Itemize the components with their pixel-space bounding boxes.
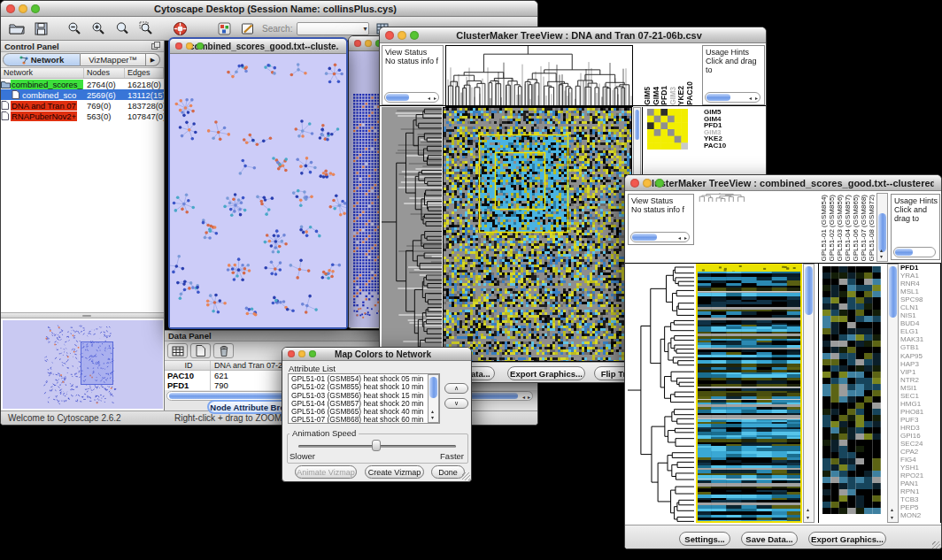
network-table-row[interactable]: combined_sco 2569(6) 13112(15) bbox=[1, 89, 164, 100]
scrollbar-thumb[interactable] bbox=[895, 249, 913, 256]
network-table-row[interactable]: DNA and Tran 07 769(0) 183728(0) bbox=[1, 100, 164, 111]
scroll-down-icon[interactable]: ▾ bbox=[807, 515, 809, 520]
maximize-button[interactable] bbox=[410, 31, 419, 40]
resize-grip[interactable] bbox=[462, 472, 470, 480]
column-label[interactable]: GPL51-08 (GSM872) bbox=[868, 195, 875, 262]
export-graphics-button[interactable]: Export Graphics... bbox=[507, 366, 585, 380]
gene-label[interactable]: HRD3 bbox=[900, 424, 940, 432]
zoom-fit-button[interactable] bbox=[136, 19, 156, 37]
column-dendrogram[interactable] bbox=[445, 45, 633, 107]
gene-label[interactable]: SEC24 bbox=[900, 440, 940, 448]
gene-label[interactable]: PEP5 bbox=[900, 503, 940, 511]
gene-label[interactable]: GPI16 bbox=[900, 432, 940, 440]
scrollbar-thumb[interactable] bbox=[878, 213, 886, 252]
scroll-left-icon[interactable]: ◂ bbox=[428, 96, 430, 101]
gene-label[interactable]: SPC98 bbox=[900, 295, 940, 303]
close-button[interactable] bbox=[630, 179, 639, 188]
panel-splitter[interactable] bbox=[1, 312, 164, 318]
zoom-in-button[interactable] bbox=[89, 19, 108, 37]
gene-label[interactable]: PHO81 bbox=[900, 408, 940, 416]
tab-overflow-button[interactable]: ▶ bbox=[146, 53, 160, 66]
gene-label[interactable]: MON2 bbox=[900, 511, 940, 519]
move-down-button[interactable]: ∨ bbox=[444, 398, 468, 409]
scroll-right-icon[interactable]: ▸ bbox=[528, 395, 530, 400]
attribute-list[interactable]: GPL51-01 (GSM854) heat shock 05 minGPL51… bbox=[288, 373, 440, 424]
scroll-left-icon[interactable]: ◂ bbox=[678, 235, 681, 241]
scrollbar-thumb[interactable] bbox=[635, 110, 639, 140]
expression-heatmap[interactable] bbox=[696, 264, 802, 523]
network-table-row[interactable]: RNAPuberNov2+ 563(0) 107847(0) bbox=[1, 111, 164, 121]
gene-label[interactable]: NTR2 bbox=[900, 376, 940, 384]
scroll-left-icon[interactable]: ◂ bbox=[522, 395, 525, 400]
gene-label[interactable]: RNR4 bbox=[900, 280, 940, 288]
save-data-button[interactable]: Save Data... bbox=[741, 532, 798, 546]
heatmap-vscrollbar[interactable]: ▴ ▾ bbox=[803, 264, 815, 523]
scroll-up-icon[interactable]: ▴ bbox=[880, 248, 883, 253]
usage-hints-scrollbar[interactable] bbox=[893, 247, 936, 257]
gene-label[interactable]: NIS1 bbox=[900, 311, 940, 319]
search-combobox[interactable]: ▾ bbox=[297, 22, 369, 35]
annotation-button[interactable] bbox=[238, 19, 258, 37]
minimize-button[interactable] bbox=[186, 42, 193, 50]
gene-label[interactable]: FIG4 bbox=[900, 456, 940, 464]
gene-label[interactable]: HMG1 bbox=[900, 400, 940, 408]
expression-heatmap[interactable] bbox=[443, 107, 632, 362]
zoom-vscrollbar[interactable]: ▴ ▾ bbox=[887, 264, 899, 523]
gene-label[interactable]: MAK31 bbox=[900, 335, 940, 343]
gene-label[interactable]: RPN1 bbox=[900, 487, 940, 495]
scroll-down-icon[interactable]: ▾ bbox=[431, 415, 434, 420]
close-button[interactable] bbox=[6, 4, 15, 13]
row-dendrogram[interactable] bbox=[628, 264, 694, 523]
scroll-up-icon[interactable]: ▴ bbox=[891, 507, 893, 512]
close-button[interactable] bbox=[354, 40, 361, 47]
network-table-row[interactable]: combined_scores_ 2764(0) 16218(0) bbox=[1, 79, 164, 89]
column-label[interactable]: GPL51-07 (GSM868) bbox=[860, 195, 868, 262]
scroll-up-icon[interactable]: ▴ bbox=[807, 507, 809, 512]
gene-label[interactable]: PAC10 bbox=[704, 142, 765, 150]
speed-slider-thumb[interactable] bbox=[372, 440, 381, 451]
gene-label[interactable]: YRA1 bbox=[900, 272, 940, 280]
network-overview-thumbnail[interactable] bbox=[3, 320, 163, 409]
help-lifering-button[interactable] bbox=[170, 19, 189, 37]
settings-button[interactable]: Settings... bbox=[679, 532, 730, 546]
scroll-left-icon[interactable]: ◂ bbox=[749, 96, 752, 101]
vizmapper-button[interactable] bbox=[214, 19, 234, 37]
export-graphics-button[interactable]: Export Graphics... bbox=[808, 532, 886, 546]
gene-label[interactable]: ELG1 bbox=[900, 327, 940, 335]
column-header-nodes[interactable]: Nodes bbox=[84, 68, 125, 78]
maximize-button[interactable] bbox=[309, 350, 316, 357]
minimize-button[interactable] bbox=[398, 31, 406, 40]
minimize-button[interactable] bbox=[365, 40, 372, 47]
scrollbar-thumb[interactable] bbox=[889, 266, 897, 318]
close-button[interactable] bbox=[175, 42, 182, 50]
scroll-right-icon[interactable]: ▸ bbox=[755, 96, 758, 101]
gene-label[interactable]: MSL1 bbox=[900, 288, 940, 295]
gene-label[interactable]: PFD1 bbox=[900, 264, 940, 272]
new-attribute-button[interactable] bbox=[190, 343, 211, 358]
chevron-down-icon[interactable]: ▾ bbox=[363, 25, 368, 33]
gene-label[interactable]: VIP1 bbox=[900, 368, 940, 376]
minimize-button[interactable] bbox=[298, 350, 305, 357]
minimize-button[interactable] bbox=[19, 4, 27, 13]
maximize-button[interactable] bbox=[655, 179, 664, 188]
gene-label[interactable]: GTB1 bbox=[900, 343, 940, 351]
close-button[interactable] bbox=[385, 31, 394, 40]
scrollbar-thumb[interactable] bbox=[429, 377, 437, 398]
delete-attribute-button[interactable] bbox=[213, 343, 234, 358]
column-label[interactable]: GPL51-03 (GSM856) bbox=[836, 195, 844, 262]
treeview1-titlebar[interactable]: ClusterMaker TreeView : DNA and Tran 07-… bbox=[380, 27, 766, 43]
gene-label[interactable]: SEC1 bbox=[900, 392, 940, 400]
view-status-scrollbar[interactable]: ◂ ▸ bbox=[630, 232, 690, 242]
column-label[interactable]: GPL51-04 (GSM857) bbox=[844, 195, 852, 262]
summary-matrix-heatmap[interactable] bbox=[647, 109, 688, 150]
gene-label[interactable]: YSH1 bbox=[900, 464, 940, 472]
done-button[interactable]: Done bbox=[431, 465, 465, 479]
scroll-down-icon[interactable]: ▾ bbox=[880, 254, 883, 259]
minimize-button[interactable] bbox=[643, 179, 652, 188]
scroll-up-icon[interactable]: ▴ bbox=[431, 409, 434, 414]
column-label[interactable]: GPL51-06 (GSM865) bbox=[852, 195, 860, 262]
column-label[interactable]: GPL51-02 (GSM855) bbox=[828, 195, 836, 262]
scroll-right-icon[interactable]: ▸ bbox=[684, 235, 687, 241]
gene-label[interactable]: KAP95 bbox=[900, 352, 940, 360]
gene-label[interactable]: CLN1 bbox=[900, 303, 940, 311]
